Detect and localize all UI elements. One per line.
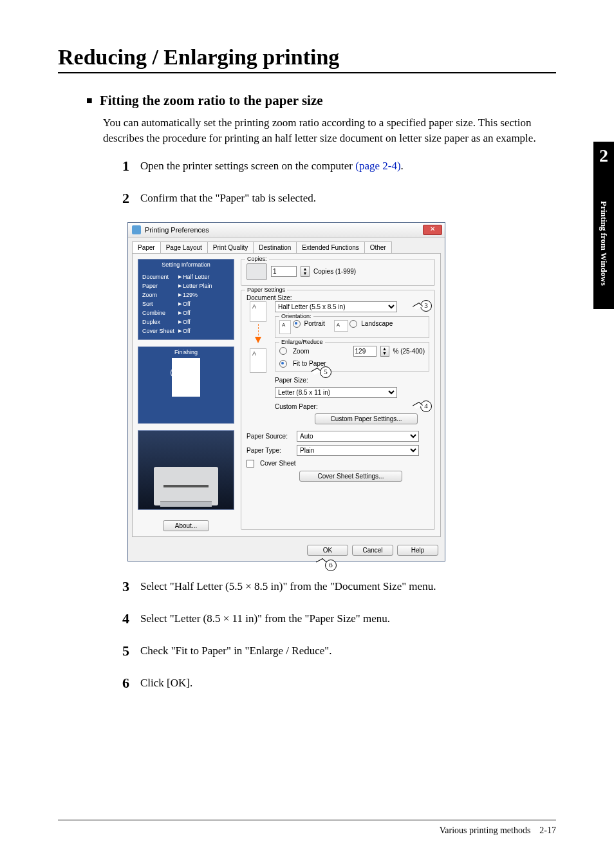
tab-other[interactable]: Other [364, 241, 392, 253]
info-key: Zoom [142, 290, 178, 299]
square-bullet-icon: ■ [86, 95, 93, 106]
close-button[interactable]: ✕ [423, 225, 442, 235]
tab-page-layout[interactable]: Page Layout [160, 241, 208, 253]
info-key: Paper [142, 281, 178, 290]
step-6-text: Click [OK]. [140, 675, 192, 690]
info-key: Cover Sheet [142, 326, 178, 335]
page-icon: A [250, 348, 266, 373]
step-1-part-a: Open the printer settings screen on the … [140, 160, 355, 172]
step-number: 1 [122, 158, 140, 175]
landscape-label: Landscape [361, 320, 393, 327]
footer-section: Various printing methods [440, 826, 531, 835]
spinner-icon[interactable]: ▲▼ [380, 346, 389, 357]
info-key: Document [142, 272, 178, 281]
tab-destination[interactable]: Destination [253, 241, 297, 253]
portrait-label: Portrait [304, 320, 325, 327]
setting-information-panel: Setting Information DocumentHalf Letter … [138, 259, 234, 340]
copies-hint: Copies (1-999) [313, 268, 356, 275]
step-number: 5 [122, 643, 140, 659]
finishing-panel: Finishing 1 [138, 346, 234, 424]
printer-icon [247, 263, 267, 280]
paper-settings-fieldset: Paper Settings Document Size: A A [241, 290, 435, 530]
page-link[interactable]: (page 2-4) [355, 160, 400, 172]
paper-source-label: Paper Source: [247, 433, 293, 440]
zoom-label: Zoom [293, 348, 310, 355]
arrow-down-icon [255, 337, 261, 343]
sub-heading: ■ Fitting the zoom ratio to the paper si… [86, 93, 556, 109]
page-icon: A [250, 301, 266, 322]
custom-paper-settings-button[interactable]: Custom Paper Settings... [315, 413, 418, 424]
dialog-screenshot: Printing Preferences ✕ Paper Page Layout… [127, 222, 556, 561]
info-val: Off [178, 317, 191, 326]
fit-to-paper-radio[interactable] [279, 360, 287, 368]
callout-3-icon: 3 [420, 300, 432, 312]
paper-source-select[interactable]: Auto [297, 431, 419, 442]
info-val: 129% [178, 290, 198, 299]
document-size-select[interactable]: Half Letter (5.5 x 8.5 in) [275, 301, 397, 312]
custom-paper-label: Custom Paper: [275, 403, 321, 410]
landscape-icon: A [334, 320, 348, 332]
cover-sheet-checkbox[interactable] [247, 460, 254, 467]
enlarge-reduce-legend: Enlarge/Reduce [279, 339, 325, 345]
info-val: Off [178, 299, 191, 308]
copies-legend: Copies: [245, 256, 269, 262]
step-1-part-b: . [401, 160, 404, 172]
callout-1-icon: 1 [171, 366, 183, 379]
step-number: 4 [122, 610, 140, 627]
paper-size-label: Paper Size: [275, 377, 313, 384]
setting-info-header: Setting Information [138, 259, 234, 270]
printer-preview [138, 430, 234, 510]
copies-fieldset: Copies: ▲▼ Copies (1-999) [241, 259, 435, 286]
zoom-input[interactable] [353, 346, 377, 357]
cover-sheet-settings-button[interactable]: Cover Sheet Settings... [299, 471, 402, 482]
callout-6-icon: 6 [325, 560, 337, 571]
info-val: Letter Plain [178, 281, 212, 290]
spinner-icon[interactable]: ▲▼ [301, 266, 310, 277]
step-4-text: Select "Letter (8.5 × 11 in)" from the "… [140, 610, 390, 625]
dialog-title: Printing Preferences [145, 226, 209, 234]
zoom-radio[interactable] [279, 347, 287, 355]
tab-print-quality[interactable]: Print Quality [207, 241, 254, 253]
cursor-icon [319, 558, 325, 567]
portrait-radio[interactable] [293, 320, 301, 328]
callout-4-icon: 4 [420, 401, 432, 412]
info-key: Combine [142, 308, 178, 317]
step-3-text: Select "Half Letter (5.5 × 8.5 in)" from… [140, 578, 436, 593]
step-number: 2 [122, 190, 140, 207]
info-key: Duplex [142, 317, 178, 326]
cover-sheet-label: Cover Sheet [260, 460, 296, 467]
dialog-tabs: Paper Page Layout Print Quality Destinat… [128, 238, 445, 253]
portrait-icon: A [279, 320, 291, 334]
fit-to-paper-label: Fit to Paper [293, 360, 326, 367]
chapter-number: 2 [593, 146, 614, 166]
page-footer: Various printing methods 2-17 [58, 820, 556, 836]
dialog-titlebar: Printing Preferences ✕ [128, 223, 445, 238]
step-1-text: Open the printer settings screen on the … [140, 158, 404, 173]
finishing-header: Finishing [138, 349, 234, 355]
info-key: Sort [142, 299, 178, 308]
help-button[interactable]: Help [397, 545, 438, 556]
ok-button[interactable]: OK [307, 545, 348, 556]
paper-type-select[interactable]: Plain [297, 445, 419, 456]
page-title: Reducing / Enlarging printing [58, 45, 556, 73]
chapter-side-tab: 2 Printing from Windows [593, 142, 614, 309]
printer-icon [132, 225, 141, 234]
footer-page-number: 2-17 [539, 826, 556, 835]
step-5-text: Check "Fit to Paper" in "Enlarge / Reduc… [140, 643, 332, 657]
callout-5-icon: 5 [320, 366, 331, 378]
copies-input[interactable] [271, 266, 297, 277]
tab-paper[interactable]: Paper [132, 241, 161, 253]
about-button[interactable]: About... [163, 520, 209, 531]
intro-paragraph: You can automatically set the printing z… [103, 115, 556, 146]
orientation-legend: Orientation: [279, 313, 313, 319]
landscape-radio[interactable] [349, 320, 357, 328]
info-val: Half Letter [178, 272, 210, 281]
info-val: Off [178, 308, 191, 317]
sub-heading-text: Fitting the zoom ratio to the paper size [100, 93, 323, 108]
tab-extended[interactable]: Extended Functions [296, 241, 364, 253]
cancel-button[interactable]: Cancel [352, 545, 393, 556]
paper-size-select[interactable]: Letter (8.5 x 11 in) [275, 387, 397, 398]
document-size-label: Document Size: [247, 294, 429, 301]
info-val: Off [178, 326, 191, 335]
zoom-hint: % (25-400) [393, 348, 425, 355]
